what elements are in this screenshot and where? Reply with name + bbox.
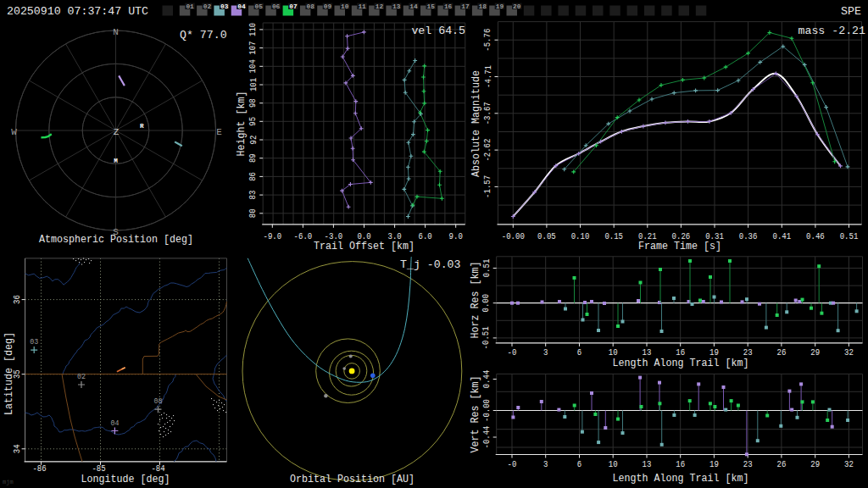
svg-text:23: 23 bbox=[743, 459, 753, 469]
svg-text:13: 13 bbox=[643, 459, 652, 469]
svg-text:M: M bbox=[114, 157, 118, 164]
svg-text:0.41: 0.41 bbox=[773, 231, 792, 241]
svg-text:16: 16 bbox=[676, 459, 685, 469]
svg-text:-1.57: -1.57 bbox=[483, 175, 493, 198]
svg-text:Absolute Magnitude: Absolute Magnitude bbox=[470, 70, 482, 177]
svg-text:-84: -84 bbox=[151, 463, 165, 474]
svg-text:0.51: 0.51 bbox=[481, 258, 492, 277]
svg-text:08: 08 bbox=[307, 3, 315, 10]
svg-text:101: 101 bbox=[248, 78, 259, 92]
svg-text:89: 89 bbox=[248, 153, 259, 163]
svg-text:05: 05 bbox=[255, 3, 264, 10]
svg-text:98: 98 bbox=[248, 98, 259, 108]
svg-text:92: 92 bbox=[248, 136, 259, 145]
svg-text:-3.67: -3.67 bbox=[483, 102, 493, 125]
svg-text:04: 04 bbox=[110, 419, 119, 428]
svg-text:03: 03 bbox=[220, 3, 229, 10]
svg-text:mjm: mjm bbox=[3, 479, 14, 485]
svg-text:26: 26 bbox=[777, 347, 787, 358]
svg-text:04: 04 bbox=[237, 3, 246, 10]
svg-text:Longitude [deg]: Longitude [deg] bbox=[81, 474, 170, 485]
svg-text:0.46: 0.46 bbox=[806, 231, 825, 241]
svg-text:19: 19 bbox=[709, 347, 719, 358]
svg-text:20: 20 bbox=[513, 3, 521, 10]
svg-text:09: 09 bbox=[324, 3, 332, 10]
svg-text:Z: Z bbox=[114, 127, 120, 137]
svg-text:32: 32 bbox=[844, 459, 854, 469]
svg-text:T_j -0.03: T_j -0.03 bbox=[400, 258, 461, 271]
svg-text:0.05: 0.05 bbox=[537, 231, 556, 241]
svg-text:13: 13 bbox=[643, 347, 652, 358]
svg-text:R: R bbox=[140, 122, 144, 130]
svg-text:15: 15 bbox=[427, 3, 436, 10]
svg-text:SPE: SPE bbox=[841, 5, 861, 18]
svg-text:80: 80 bbox=[248, 208, 259, 218]
svg-text:-0: -0 bbox=[508, 347, 517, 358]
svg-text:01: 01 bbox=[186, 3, 194, 10]
svg-text:10: 10 bbox=[609, 347, 618, 358]
svg-text:83: 83 bbox=[248, 191, 259, 200]
svg-text:N: N bbox=[113, 27, 119, 37]
svg-text:-0.00: -0.00 bbox=[502, 231, 525, 241]
svg-text:Latitude [deg]: Latitude [deg] bbox=[3, 332, 15, 415]
svg-text:E: E bbox=[216, 127, 222, 137]
svg-text:34: 34 bbox=[13, 444, 23, 453]
svg-text:26: 26 bbox=[777, 459, 787, 469]
svg-text:95: 95 bbox=[248, 117, 259, 126]
svg-text:mass -2.21: mass -2.21 bbox=[798, 25, 866, 37]
svg-text:23: 23 bbox=[743, 347, 753, 358]
svg-text:6.0: 6.0 bbox=[419, 231, 432, 241]
svg-text:110: 110 bbox=[248, 23, 259, 36]
svg-text:18: 18 bbox=[479, 3, 487, 10]
svg-text:29: 29 bbox=[810, 347, 820, 358]
svg-text:-0.00: -0.00 bbox=[481, 399, 492, 422]
svg-text:Height [km]: Height [km] bbox=[236, 92, 248, 157]
svg-text:11: 11 bbox=[358, 3, 366, 10]
svg-text:86: 86 bbox=[248, 172, 259, 181]
svg-text:-4.71: -4.71 bbox=[483, 65, 493, 88]
svg-text:104: 104 bbox=[248, 59, 259, 74]
svg-text:Horz Res [km]: Horz Res [km] bbox=[470, 261, 482, 338]
svg-text:-0.44: -0.44 bbox=[481, 425, 492, 448]
svg-text:02: 02 bbox=[203, 3, 212, 10]
svg-text:03: 03 bbox=[30, 338, 38, 347]
svg-text:0.36: 0.36 bbox=[739, 231, 758, 241]
svg-text:Trail Offset [km]: Trail Offset [km] bbox=[314, 241, 415, 252]
svg-text:3: 3 bbox=[543, 459, 548, 469]
svg-text:19: 19 bbox=[709, 459, 719, 469]
svg-text:-6.0: -6.0 bbox=[294, 231, 313, 241]
svg-text:0.44: 0.44 bbox=[481, 369, 492, 388]
svg-text:-0: -0 bbox=[508, 459, 517, 469]
svg-text:9.0: 9.0 bbox=[449, 231, 463, 241]
svg-text:19: 19 bbox=[496, 3, 504, 10]
svg-text:07: 07 bbox=[289, 3, 298, 10]
svg-text:0.10: 0.10 bbox=[571, 231, 590, 241]
svg-text:12: 12 bbox=[376, 3, 384, 10]
svg-text:08: 08 bbox=[154, 397, 163, 406]
svg-text:16: 16 bbox=[676, 347, 685, 358]
svg-text:3: 3 bbox=[543, 347, 548, 358]
svg-text:-5.76: -5.76 bbox=[483, 29, 493, 52]
svg-text:W: W bbox=[11, 127, 17, 137]
svg-text:-85: -85 bbox=[92, 463, 105, 474]
svg-text:17: 17 bbox=[461, 3, 470, 10]
svg-text:6: 6 bbox=[577, 347, 581, 358]
svg-text:vel 64.5: vel 64.5 bbox=[411, 25, 465, 37]
svg-text:Frame Time [s]: Frame Time [s] bbox=[638, 241, 721, 252]
svg-text:-86: -86 bbox=[32, 463, 46, 474]
svg-text:Orbital Position [AU]: Orbital Position [AU] bbox=[290, 474, 415, 485]
svg-text:10: 10 bbox=[341, 3, 349, 10]
svg-text:13: 13 bbox=[392, 3, 401, 10]
svg-text:20250910 07:37:47 UTC: 20250910 07:37:47 UTC bbox=[7, 5, 148, 18]
svg-text:32: 32 bbox=[844, 347, 854, 358]
svg-text:0.15: 0.15 bbox=[604, 231, 623, 241]
svg-text:107: 107 bbox=[248, 41, 259, 54]
svg-text:14: 14 bbox=[409, 3, 418, 10]
svg-text:-9.0: -9.0 bbox=[264, 231, 282, 241]
svg-text:16: 16 bbox=[444, 3, 453, 10]
svg-text:10: 10 bbox=[609, 459, 618, 469]
svg-text:Atmospheric Position [deg]: Atmospheric Position [deg] bbox=[39, 234, 193, 246]
svg-text:Length Along Trail [km]: Length Along Trail [km] bbox=[613, 358, 749, 369]
svg-text:29: 29 bbox=[810, 459, 820, 469]
svg-text:Q* 77.0: Q* 77.0 bbox=[180, 29, 227, 42]
